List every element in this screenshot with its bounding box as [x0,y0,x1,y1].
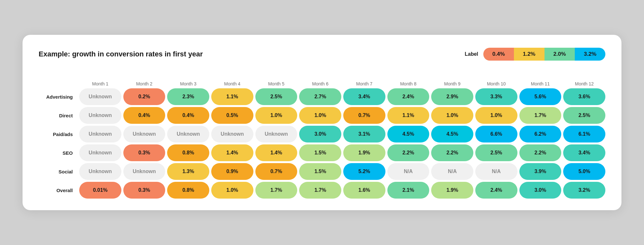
cell-5-3: 1.0% [211,182,253,199]
row-label-4: Social [39,163,77,180]
cell-0-11: 3.6% [563,88,605,105]
cell-0-3: 1.1% [211,88,253,105]
cell-2-1: Unknown [123,126,166,142]
cell-5-6: 1.6% [343,182,385,199]
row-label-0: Advertising [39,88,77,105]
cell-2-9: 6.6% [475,126,517,142]
cell-0-0: Unknown [79,88,121,105]
cell-2-6: 3.1% [343,126,385,142]
cell-4-10: 3.9% [519,163,562,180]
cell-2-7: 4.5% [387,126,430,142]
cell-2-3: Unknown [211,126,253,142]
cell-2-5: 3.0% [299,126,341,142]
cell-4-0: Unknown [79,163,121,180]
cell-1-3: 0.5% [211,107,253,124]
cell-5-1: 0.3% [123,182,166,199]
cell-0-9: 3.3% [475,88,517,105]
cell-3-0: Unknown [79,144,121,161]
cell-5-5: 1.7% [299,182,341,199]
cell-4-1: Unknown [123,163,166,180]
col-header-1: Month 1 [79,71,121,86]
cell-4-9: N/A [475,163,517,180]
cell-5-7: 2.1% [387,182,430,199]
cell-5-2: 0.8% [167,182,209,199]
cell-2-2: Unknown [167,126,209,142]
cell-5-9: 2.4% [475,182,517,199]
legend-pill: 1.2% [514,48,545,61]
cell-1-5: 1.0% [299,107,341,124]
cell-4-8: N/A [431,163,473,180]
cell-5-8: 1.9% [431,182,473,199]
cell-0-4: 2.5% [255,88,298,105]
cell-5-4: 1.7% [255,182,298,199]
cell-1-2: 0.4% [167,107,209,124]
cell-2-0: Unknown [79,126,121,142]
cell-4-11: 5.0% [563,163,605,180]
legend-pills: 0.4%1.2%2.0%3.2% [483,48,605,61]
cell-1-10: 1.7% [519,107,562,124]
row-label-5: Overall [39,182,77,199]
cell-3-5: 1.5% [299,144,341,161]
col-header-10: Month 10 [475,71,517,86]
cell-3-4: 1.4% [255,144,298,161]
legend-pill: 2.0% [545,48,575,61]
cell-4-7: N/A [387,163,430,180]
row-label-1: Direct [39,107,77,124]
cell-4-6: 5.2% [343,163,385,180]
cell-5-10: 3.0% [519,182,562,199]
header-row: Example: growth in conversion rates in f… [39,48,605,61]
cell-3-6: 1.9% [343,144,385,161]
col-header-spacer [39,71,77,86]
cell-0-1: 0.2% [123,88,166,105]
cell-2-11: 6.1% [563,126,605,142]
cell-3-11: 3.4% [563,144,605,161]
cell-1-0: Unknown [79,107,121,124]
cell-5-0: 0.01% [79,182,121,199]
col-header-4: Month 4 [211,71,253,86]
col-header-11: Month 11 [519,71,562,86]
row-label-2: Paid/ads [39,126,77,142]
cell-3-10: 2.2% [519,144,562,161]
col-header-8: Month 8 [387,71,430,86]
cell-1-4: 1.0% [255,107,298,124]
cell-2-10: 6.2% [519,126,562,142]
legend-pill: 3.2% [575,48,605,61]
cell-0-2: 2.3% [167,88,209,105]
col-header-5: Month 5 [255,71,298,86]
cell-3-8: 2.2% [431,144,473,161]
cell-1-6: 0.7% [343,107,385,124]
legend-label: Label [465,51,478,57]
cell-1-8: 1.0% [431,107,473,124]
cell-3-1: 0.3% [123,144,166,161]
cell-3-7: 2.2% [387,144,430,161]
cell-3-9: 2.5% [475,144,517,161]
data-grid: Month 1Month 2Month 3Month 4Month 5Month… [39,71,605,199]
cell-2-8: 4.5% [431,126,473,142]
cell-0-7: 2.4% [387,88,430,105]
col-header-2: Month 2 [123,71,166,86]
cell-4-4: 0.7% [255,163,298,180]
cell-2-4: Unknown [255,126,298,142]
cell-5-11: 3.2% [563,182,605,199]
legend-area: Label 0.4%1.2%2.0%3.2% [465,48,605,61]
cell-4-2: 1.3% [167,163,209,180]
col-header-12: Month 12 [563,71,605,86]
cell-1-1: 0.4% [123,107,166,124]
cell-1-11: 2.5% [563,107,605,124]
cell-0-10: 5.6% [519,88,562,105]
cell-1-7: 1.1% [387,107,430,124]
row-label-3: SEO [39,144,77,161]
col-header-9: Month 9 [431,71,473,86]
cell-0-8: 2.9% [431,88,473,105]
cell-0-6: 3.4% [343,88,385,105]
col-header-6: Month 6 [299,71,341,86]
cell-4-3: 0.9% [211,163,253,180]
legend-pill: 0.4% [483,48,514,61]
col-header-7: Month 7 [343,71,385,86]
cell-1-9: 1.0% [475,107,517,124]
cell-3-2: 0.8% [167,144,209,161]
col-header-3: Month 3 [167,71,209,86]
main-card: Example: growth in conversion rates in f… [23,35,621,210]
chart-title: Example: growth in conversion rates in f… [39,50,454,58]
cell-0-5: 2.7% [299,88,341,105]
